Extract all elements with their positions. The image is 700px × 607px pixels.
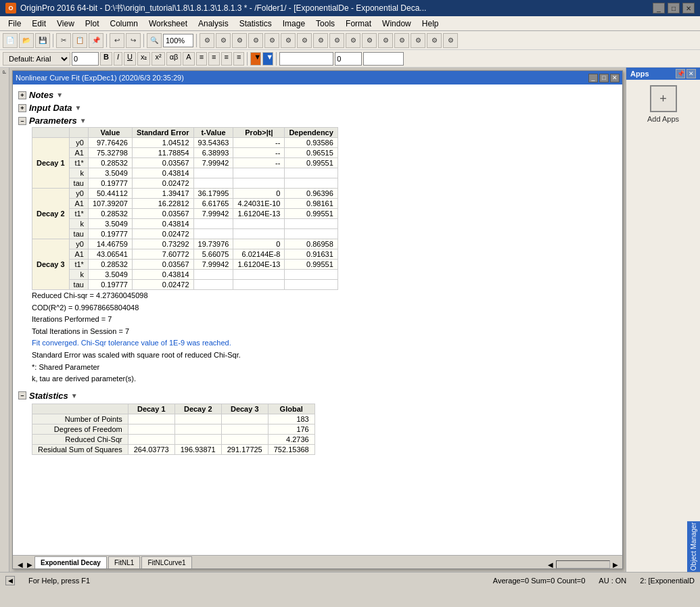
tb-b4[interactable]: ⚙ [248, 33, 263, 48]
menu-column[interactable]: Column [105, 18, 143, 30]
stats-col-label [32, 404, 129, 414]
tb-b8[interactable]: ⚙ [313, 33, 328, 48]
apps-close-button[interactable]: ✕ [686, 69, 696, 78]
tb-b13[interactable]: ⚙ [394, 33, 409, 48]
statistics-arrow[interactable]: ▼ [71, 392, 78, 399]
left-panel-toggle[interactable]: ◀ [5, 576, 15, 585]
close-button[interactable]: ✕ [682, 3, 695, 14]
tab-exponential-decay[interactable]: Exponential Decay [34, 556, 107, 568]
hscroll-track[interactable] [556, 560, 610, 568]
title-text: OriginPro 2016 64-bit - D:\书\origin_tuto… [20, 3, 653, 14]
tb-b11[interactable]: ⚙ [362, 33, 377, 48]
tab-fitnlcurve1[interactable]: FitNLCurve1 [141, 556, 191, 568]
tb-b14[interactable]: ⚙ [411, 33, 425, 48]
line-input[interactable] [279, 52, 333, 66]
tb-open-button[interactable]: 📂 [19, 33, 34, 48]
menu-file[interactable]: File [3, 18, 26, 30]
menu-view[interactable]: View [51, 18, 80, 30]
tb-b16[interactable]: ⚙ [443, 33, 458, 48]
tb-b15[interactable]: ⚙ [427, 33, 442, 48]
table-row: t1* 0.28532 0.03567 7.99942 -- 0.99551 [32, 158, 338, 168]
fmt-b4[interactable]: ≡ [208, 52, 219, 66]
bold-button[interactable]: B [100, 52, 112, 66]
menu-help[interactable]: Help [417, 18, 444, 30]
menu-plot[interactable]: Plot [80, 18, 105, 30]
fmt-b6[interactable]: ≡ [233, 52, 244, 66]
tb-paste-button[interactable]: 📌 [89, 33, 103, 48]
statistics-toggle[interactable]: – [18, 391, 26, 399]
font-select[interactable]: Default: Arial [3, 52, 70, 66]
add-apps-button[interactable]: + [650, 85, 677, 112]
tb-zoom-button[interactable]: 🔍 [147, 33, 162, 48]
param-tau-d2: tau [69, 229, 88, 239]
parameters-arrow[interactable]: ▼ [80, 117, 87, 124]
tb-cut-button[interactable]: ✂ [56, 33, 71, 48]
tb-b12[interactable]: ⚙ [378, 33, 393, 48]
tab-scroll-right[interactable]: ▶ [25, 561, 34, 568]
param-y0-d2: y0 [69, 189, 88, 199]
stats-rchi-label: Reduced Chi-Sqr [32, 434, 129, 444]
menu-window[interactable]: Window [377, 18, 417, 30]
tab-scroll-left[interactable]: ◀ [16, 561, 25, 568]
menu-tools[interactable]: Tools [310, 18, 340, 30]
mdi-maximize-button[interactable]: □ [599, 74, 609, 82]
tb-b9[interactable]: ⚙ [329, 33, 344, 48]
minimize-button[interactable]: _ [653, 3, 665, 14]
menu-worksheet[interactable]: Worksheet [143, 18, 193, 30]
tb-undo-button[interactable]: ↩ [110, 33, 124, 48]
menu-statistics[interactable]: Statistics [234, 18, 277, 30]
table-row: Number of Points 183 [32, 414, 315, 424]
fmt-b1[interactable]: αβ [166, 52, 182, 66]
tb-b2[interactable]: ⚙ [216, 33, 231, 48]
tb-b7[interactable]: ⚙ [297, 33, 312, 48]
tb-b6[interactable]: ⚙ [281, 33, 296, 48]
object-manager-tab[interactable]: Object Manager [687, 521, 700, 572]
tb-b3[interactable]: ⚙ [232, 33, 247, 48]
style-input[interactable] [363, 52, 404, 66]
mdi-close-button[interactable]: ✕ [610, 74, 620, 82]
fmt-color1[interactable]: ▼ [250, 52, 261, 66]
hscroll-left[interactable]: ◀ [546, 561, 555, 568]
fmt-color2[interactable]: ▼ [262, 52, 273, 66]
tb-save-button[interactable]: 💾 [35, 33, 50, 48]
mdi-minimize-button[interactable]: _ [588, 74, 598, 82]
tb-new-button[interactable]: 📄 [3, 33, 18, 48]
tab-fitnl1[interactable]: FitNL1 [108, 556, 140, 568]
menu-edit[interactable]: Edit [26, 18, 51, 30]
width-input[interactable] [335, 52, 362, 66]
app-icon: O [5, 3, 16, 14]
hscroll-right[interactable]: ▶ [611, 561, 620, 568]
notes-toggle[interactable]: + [18, 91, 26, 99]
apps-pin-button[interactable]: 📌 [676, 69, 685, 78]
menu-image[interactable]: Image [277, 18, 310, 30]
tb-b1[interactable]: ⚙ [200, 33, 214, 48]
mdi-titlebar: Nonlinear Curve Fit (ExpDec1) (2020/6/3 … [13, 71, 622, 84]
notes-label: Notes [29, 90, 53, 100]
statistics-label: Statistics [29, 391, 68, 401]
tb-b10[interactable]: ⚙ [346, 33, 360, 48]
superscript-button[interactable]: x² [151, 52, 164, 66]
input-data-toggle[interactable]: + [18, 104, 26, 112]
tb-b5[interactable]: ⚙ [264, 33, 279, 48]
stats-text: Average=0 Sum=0 Count=0 [493, 577, 585, 585]
menu-format[interactable]: Format [340, 18, 377, 30]
statistics-section-header: – Statistics ▼ [18, 391, 617, 401]
content-area[interactable]: + Notes ▼ + Input Data ▼ – Parameters [13, 84, 622, 555]
underline-button[interactable]: U [124, 52, 136, 66]
subscript-button[interactable]: x₂ [137, 52, 151, 66]
italic-button[interactable]: I [114, 52, 122, 66]
maximize-button[interactable]: □ [668, 3, 680, 14]
fmt-b2[interactable]: A [183, 52, 194, 66]
font-size-input[interactable] [72, 52, 99, 66]
input-data-arrow[interactable]: ▼ [75, 104, 82, 112]
tb-copy-button[interactable]: 📋 [72, 33, 87, 48]
fmt-b3[interactable]: ≡ [196, 52, 207, 66]
tb-redo-button[interactable]: ↪ [126, 33, 141, 48]
parameters-toggle[interactable]: – [18, 117, 26, 125]
zoom-input[interactable] [163, 34, 193, 47]
fmt-b5[interactable]: ≡ [221, 52, 232, 66]
notes-arrow[interactable]: ▼ [56, 91, 63, 99]
stats-col-decay1: Decay 1 [128, 404, 174, 414]
menu-analysis[interactable]: Analysis [193, 18, 234, 30]
project-explorer-icon[interactable]: P [1, 69, 8, 75]
